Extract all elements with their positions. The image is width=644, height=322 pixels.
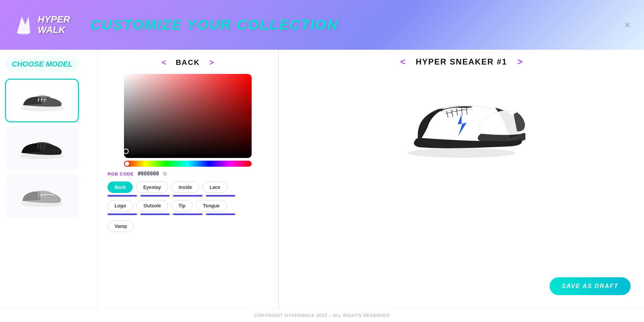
current-part-label: BACK [176, 58, 200, 67]
main-content: CHOOSE MODEL [0, 50, 644, 309]
part-prev-button[interactable]: < [159, 56, 169, 69]
part-eyestay-button[interactable]: Eyestay [136, 182, 168, 193]
part-inside-button[interactable]: Inside [171, 182, 199, 193]
parts-section: Back Eyestay Inside Lace Logo Outsole Ti… [108, 182, 235, 232]
indicator-outsole [140, 213, 170, 215]
shoe-item-1[interactable] [5, 79, 79, 122]
indicator-lace [206, 195, 235, 197]
part-logo-button[interactable]: Logo [108, 200, 133, 211]
shoe-image-1 [15, 85, 69, 116]
copyright-text: COPYRIGHT HYPERWALK 2022 – ALL RIGHTS RE… [254, 313, 390, 318]
shoe-list [5, 79, 92, 218]
indicator-back [108, 195, 137, 197]
sneaker-prev-button[interactable]: < [400, 56, 405, 67]
sneaker-next-button[interactable]: > [517, 56, 523, 67]
close-button[interactable]: × [624, 19, 631, 31]
save-draft-button[interactable]: SAVE AS DRAFT [550, 277, 631, 295]
shoe-svg-1 [17, 87, 67, 114]
rgb-value: #000000 [138, 171, 159, 177]
svg-line-19 [467, 108, 467, 115]
more-parts-area: Vamp [108, 218, 235, 232]
part-next-button[interactable]: > [207, 56, 217, 69]
part-outsole-button[interactable]: Outsole [136, 200, 168, 211]
hue-slider[interactable] [124, 161, 252, 167]
parts-indicators-row-1 [108, 195, 235, 197]
header-title: CUSTOMIZE YOUR COLLECTION [90, 17, 338, 33]
shoe-image-2 [15, 133, 69, 163]
logo-text: HYPER WALK [38, 14, 70, 35]
shoe-item-2[interactable] [5, 126, 79, 170]
sneaker-svg [398, 84, 525, 158]
copy-icon[interactable]: ⧉ [163, 171, 167, 177]
footer: COPYRIGHT HYPERWALK 2022 – ALL RIGHTS RE… [0, 309, 644, 322]
svg-marker-0 [17, 16, 30, 33]
sidebar: CHOOSE MODEL [0, 50, 97, 309]
part-back-button[interactable]: Back [108, 182, 133, 193]
part-vamp-button[interactable]: Vamp [108, 220, 134, 232]
parts-row-2: Logo Outsole Tip Tongue [108, 200, 235, 211]
part-tip-button[interactable]: Tip [171, 200, 192, 211]
svg-rect-1 [18, 32, 29, 34]
hue-slider-thumb [125, 161, 129, 166]
indicator-eyestay [140, 195, 170, 197]
shoe-item-3[interactable] [5, 174, 79, 218]
part-nav-row: < BACK > [159, 56, 217, 69]
choose-model-title: CHOOSE MODEL [5, 56, 79, 72]
logo-area: HYPER WALK [13, 13, 70, 37]
sneaker-nav-row: < HYPER SNEAKER #1 > [400, 56, 523, 67]
shoe-svg-3 [17, 183, 67, 209]
header: HYPER WALK CUSTOMIZE YOUR COLLECTION × [0, 0, 644, 50]
parts-indicators-row-2 [108, 213, 235, 215]
color-picker[interactable] [124, 74, 252, 158]
shoe-image-3 [15, 181, 69, 211]
parts-row-1: Back Eyestay Inside Lace [108, 182, 235, 193]
right-panel: < HYPER SNEAKER #1 > [279, 50, 644, 309]
indicator-inside [173, 195, 203, 197]
indicator-logo [108, 213, 137, 215]
shoe-svg-2 [17, 135, 67, 162]
part-tongue-button[interactable]: Tongue [196, 200, 227, 211]
sneaker-title: HYPER SNEAKER #1 [416, 57, 507, 67]
sneaker-preview [398, 74, 525, 168]
rgb-row: RGB CODE #000000 ⧉ [108, 171, 167, 177]
rgb-label: RGB CODE [108, 171, 134, 176]
svg-point-14 [408, 148, 515, 158]
indicator-tongue [206, 213, 235, 215]
part-lace-button[interactable]: Lace [203, 182, 227, 193]
indicator-tip [173, 213, 203, 215]
logo-icon [13, 13, 34, 37]
color-picker-gradient [124, 74, 252, 158]
center-panel: < BACK > RGB CODE #000000 ⧉ Back Eyestay… [97, 50, 279, 309]
